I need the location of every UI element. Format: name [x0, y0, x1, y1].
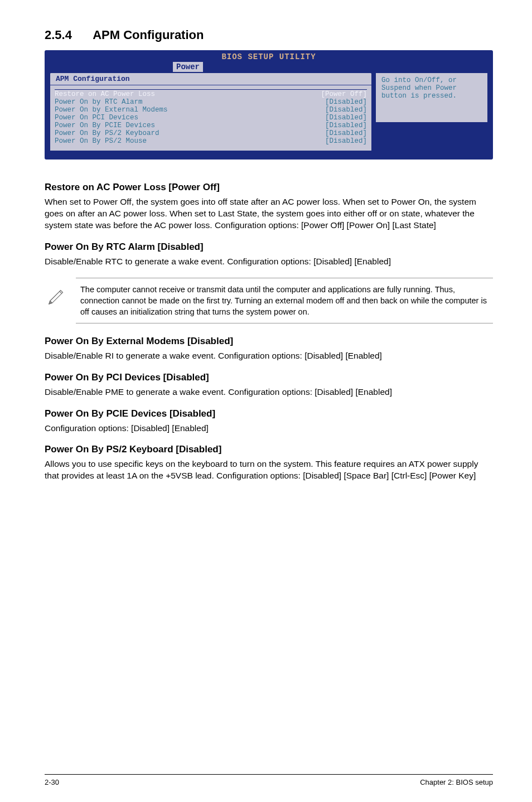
bios-item-label: Restore on AC Power Loss [55, 90, 155, 98]
bios-item-value: [Disabled] [325, 114, 367, 122]
body-restore: When set to Power Off, the system goes i… [45, 196, 493, 231]
section-header: 2.5.4 APM Configuration [45, 28, 493, 42]
bios-item-value: [Disabled] [325, 122, 367, 129]
bios-item-label: Power On by External Modems [55, 106, 168, 114]
subheading-ps2: Power On By PS/2 Keyboard [Disabled] [45, 444, 493, 455]
subheading-rtc: Power On By RTC Alarm [Disabled] [45, 241, 493, 253]
bios-item-label: Power On PCI Devices [55, 114, 138, 122]
body-pcie: Configuration options: [Disabled] [Enabl… [45, 423, 493, 434]
bios-item-value: [Disabled] [325, 129, 367, 137]
page-footer: 2-30 Chapter 2: BIOS setup [45, 774, 493, 786]
body-ext: Disable/Enable RI to generate a wake eve… [45, 350, 493, 362]
bios-utility-title: BIOS SETUP UTILITY [45, 50, 493, 61]
pencil-icon [47, 285, 68, 308]
bios-item-value: [Disabled] [325, 106, 367, 114]
bios-tab-power: Power [173, 62, 203, 72]
subheading-ext: Power On By External Modems [Disabled] [45, 336, 493, 347]
body-pci: Disable/Enable PME to generate a wake ev… [45, 386, 493, 398]
bios-item-value: [Power Off] [321, 90, 367, 98]
bios-item-value: [Disabled] [325, 98, 367, 106]
bios-item-label: Power On By PS/2 Keyboard [55, 129, 159, 137]
bios-curve-shadow [45, 168, 493, 178]
bios-help-text: Go into On/Off, or Suspend when Power bu… [376, 73, 487, 122]
body-rtc: Disable/Enable RTC to generate a wake ev… [45, 256, 493, 268]
subheading-pcie: Power On By PCIE Devices [Disabled] [45, 408, 493, 419]
footer-chapter: Chapter 2: BIOS setup [420, 778, 493, 786]
note-box: The computer cannot receive or transmit … [76, 278, 493, 323]
note-text: The computer cannot receive or transmit … [80, 284, 491, 317]
section-number: 2.5.4 [45, 28, 72, 42]
bios-screenshot: BIOS SETUP UTILITY Power APM Configurati… [45, 50, 493, 160]
bios-panel-title: APM Configuration [50, 73, 371, 85]
subheading-pci: Power On By PCI Devices [Disabled] [45, 372, 493, 383]
bios-item-label: Power On By PS/2 Mouse [55, 137, 147, 145]
bios-item-label: Power On by RTC Alarm [55, 98, 143, 106]
body-ps2: Allows you to use specific keys on the k… [45, 458, 493, 482]
subheading-restore: Restore on AC Power Loss [Power Off] [45, 182, 493, 193]
section-title-text: APM Configuration [93, 28, 204, 42]
bios-item-label: Power On By PCIE Devices [55, 122, 155, 129]
bios-item-value: [Disabled] [325, 137, 367, 145]
footer-page-number: 2-30 [45, 778, 59, 786]
